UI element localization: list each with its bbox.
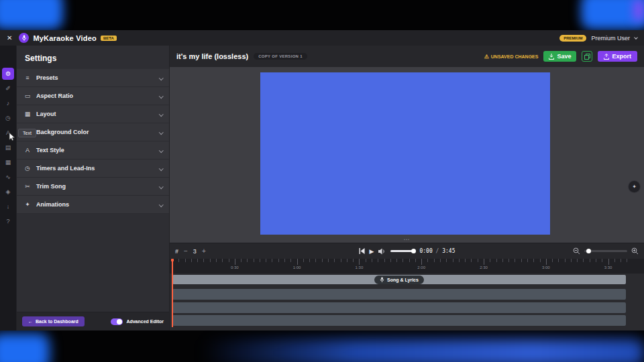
save-button[interactable]: Save xyxy=(543,51,576,62)
back-to-dashboard-button[interactable]: ← Back to Dashboard xyxy=(22,316,85,326)
top-bar: ✕ MyKaraoke Video BETA PREMIUM Premium U… xyxy=(0,30,644,46)
warning-icon: ⚠ xyxy=(484,54,489,60)
back-arrow-icon: ← xyxy=(28,319,33,324)
advanced-editor-label: Advanced Editor xyxy=(126,319,164,324)
section-label: Presets xyxy=(36,74,160,81)
settings-gear-icon: ⚙ xyxy=(5,70,11,77)
copy-icon xyxy=(584,54,590,60)
background-glow-purple xyxy=(633,0,644,20)
timeline-toolbar: # − 3 + ▶ 0: xyxy=(170,243,644,259)
snap-grid-toggle[interactable]: # xyxy=(175,248,178,255)
rail-item-tools[interactable]: ✐ xyxy=(2,82,14,95)
background-glow-top-left xyxy=(0,0,63,29)
toggle-knob xyxy=(117,319,122,324)
text-style-icon: A xyxy=(23,147,32,154)
app-window: ✕ MyKaraoke Video BETA PREMIUM Premium U… xyxy=(0,30,644,330)
user-menu[interactable]: Premium User xyxy=(591,35,630,42)
timeline-track-row[interactable] xyxy=(172,289,626,300)
rail-item-settings[interactable]: ⚙ xyxy=(2,68,14,80)
chevron-down-icon xyxy=(159,148,163,152)
timeline-zoom-slider[interactable] xyxy=(584,250,627,252)
play-button[interactable]: ▶ xyxy=(370,248,374,255)
tooltip: Text xyxy=(18,129,36,137)
skip-to-start-button[interactable] xyxy=(359,248,365,254)
panel-resize-handle[interactable]: ⋯ xyxy=(404,236,411,243)
download-icon: ↓ xyxy=(7,203,10,210)
effects-icon: ◈ xyxy=(6,188,11,195)
background-glow-bottom xyxy=(201,339,644,362)
section-aspect-ratio[interactable]: ▭ Aspect Ratio xyxy=(17,87,169,105)
section-layout[interactable]: ▦ Layout xyxy=(17,105,169,123)
rail-item-video[interactable]: ▦ xyxy=(2,156,14,168)
timeline-zoom-knob[interactable] xyxy=(586,249,591,253)
waveform-icon: ∿ xyxy=(5,174,11,180)
export-button[interactable]: Export xyxy=(598,51,637,62)
volume-slider[interactable] xyxy=(390,250,415,252)
zoom-out-icon[interactable] xyxy=(573,247,580,255)
timeline-ruler[interactable]: 0:30 1:00 1:30 2:00 2:30 3:00 3:30 xyxy=(170,259,644,274)
settings-sidebar: Settings ≡ Presets ▭ Aspect Ratio ▦ Layo… xyxy=(16,46,169,330)
premium-badge: PREMIUM xyxy=(559,35,586,42)
zoom-in-icon[interactable] xyxy=(631,247,639,255)
song-lyrics-clip-label[interactable]: Song & Lyrics xyxy=(374,276,424,284)
timeline-tracks: Song & Lyrics xyxy=(170,274,644,330)
total-time: 3:45 xyxy=(442,248,455,254)
song-title: it's my life (lossless) xyxy=(176,52,248,60)
current-time: 0:00 xyxy=(419,248,432,254)
song-lyrics-track[interactable]: Song & Lyrics xyxy=(172,275,626,284)
section-animations[interactable]: ✦ Animations xyxy=(17,196,169,214)
video-preview-canvas[interactable] xyxy=(260,72,550,235)
ruler-major-ticks xyxy=(172,259,628,265)
timeline-track-row[interactable] xyxy=(172,315,626,326)
background-glow-top-right xyxy=(581,0,644,29)
time-display: 0:00 / 3:45 xyxy=(419,248,455,254)
section-label: Timers and Lead-Ins xyxy=(36,165,160,172)
chevron-down-icon xyxy=(159,184,163,188)
copy-version-button[interactable] xyxy=(582,51,592,62)
rail-item-help[interactable]: ? xyxy=(2,215,14,227)
image-icon: ▤ xyxy=(5,144,11,151)
advanced-editor-toggle[interactable] xyxy=(111,318,123,325)
rail-item-history[interactable]: ◷ xyxy=(2,112,14,124)
playhead[interactable] xyxy=(172,259,173,327)
editor-main: it's my life (lossless) COPY OF VERSION … xyxy=(169,46,644,330)
section-background-color[interactable]: ◧ Background Color xyxy=(17,123,169,141)
rail-item-music[interactable]: ♪ xyxy=(2,97,14,109)
time-separator: / xyxy=(436,248,439,254)
sparkle-icon: ✦ xyxy=(632,184,637,190)
microphone-icon xyxy=(380,277,384,283)
section-label: Trim Song xyxy=(36,183,160,190)
microphone-icon xyxy=(21,35,27,42)
track-zoom-out-button[interactable]: − xyxy=(184,247,188,255)
ruler-mark: 1:00 xyxy=(293,265,301,269)
app-title: MyKaraoke Video xyxy=(33,34,97,42)
volume-icon[interactable] xyxy=(378,248,386,255)
preview-area: ⋯ xyxy=(170,67,644,243)
timer-icon: ◷ xyxy=(23,165,32,172)
chevron-down-icon xyxy=(159,166,163,170)
help-icon: ? xyxy=(6,218,9,225)
ruler-mark: 1:30 xyxy=(356,265,364,269)
unsaved-changes-status: ⚠ UNSAVED CHANGES xyxy=(484,54,539,60)
section-trim-song[interactable]: ✂ Trim Song xyxy=(17,178,169,196)
section-timers[interactable]: ◷ Timers and Lead-Ins xyxy=(17,160,169,178)
timeline-track-row[interactable] xyxy=(172,302,626,313)
rail-item-image[interactable]: ▤ xyxy=(2,141,14,154)
rail-item-effects[interactable]: ◈ xyxy=(2,186,14,198)
background-glow-bottom-left xyxy=(0,333,50,362)
section-text-style[interactable]: A Text Style xyxy=(17,141,169,160)
rail-item-waveform[interactable]: ∿ xyxy=(2,171,14,183)
chevron-down-icon xyxy=(159,130,163,134)
mouse-cursor xyxy=(9,132,16,141)
sidebar-footer: ← Back to Dashboard Advanced Editor xyxy=(17,312,169,330)
floating-widget-button[interactable]: ✦ xyxy=(629,181,640,192)
volume-slider-knob[interactable] xyxy=(411,249,416,253)
section-label: Text Style xyxy=(36,147,160,154)
section-presets[interactable]: ≡ Presets xyxy=(17,69,169,87)
history-clock-icon: ◷ xyxy=(5,115,11,121)
track-zoom-in-button[interactable]: + xyxy=(202,247,206,255)
scissors-icon: ✂ xyxy=(23,183,32,190)
rail-item-download[interactable]: ↓ xyxy=(2,200,14,213)
close-icon[interactable]: ✕ xyxy=(7,34,12,42)
video-icon: ▦ xyxy=(5,159,11,166)
